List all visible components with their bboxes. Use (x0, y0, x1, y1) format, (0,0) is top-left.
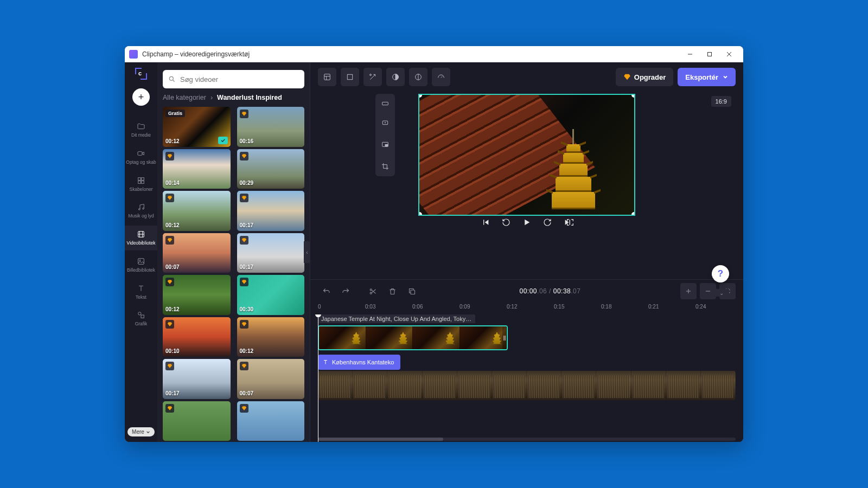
export-button[interactable]: Eksportér (678, 68, 736, 86)
svg-rect-1 (708, 52, 712, 56)
library-thumbnail[interactable] (163, 401, 231, 441)
forward-button[interactable] (542, 217, 553, 228)
library-thumbnail[interactable]: 00:17 (237, 233, 305, 273)
redo-button[interactable] (337, 283, 354, 299)
minimize-button[interactable] (680, 46, 700, 62)
camera-icon (137, 149, 145, 158)
svg-point-30 (385, 123, 385, 123)
fit-width-tool[interactable] (375, 94, 395, 113)
svg-rect-32 (385, 144, 388, 146)
fullscreen-button[interactable] (565, 217, 576, 228)
fit-screen-tool[interactable] (375, 113, 395, 133)
library-thumbnail[interactable]: 00:12 (237, 317, 305, 357)
chevron-down-icon (146, 430, 150, 434)
resize-handle-tr[interactable] (631, 94, 635, 98)
search-box[interactable] (163, 70, 304, 88)
search-input[interactable] (180, 75, 299, 84)
timeline-ruler[interactable]: 00:030:060:090:120:150:180:210:24 (310, 303, 743, 314)
library-thumbnail[interactable]: 00:29 (237, 149, 305, 189)
ruler-mark: 0:24 (695, 304, 706, 310)
layout-tool[interactable] (318, 68, 336, 86)
film-icon (137, 230, 145, 239)
contrast-tool[interactable] (386, 68, 405, 86)
topbar: Opgrader Eksportér (310, 62, 743, 92)
delete-button[interactable] (384, 283, 400, 299)
svg-point-19 (169, 76, 173, 80)
premium-badge-icon (240, 320, 248, 329)
premium-badge-icon (165, 362, 174, 370)
text-icon (322, 359, 329, 365)
duration-label: 00:17 (240, 222, 254, 228)
ruler-mark: 0:18 (601, 304, 611, 310)
crop-tool[interactable] (341, 68, 359, 86)
library-thumbnail[interactable] (237, 401, 305, 441)
clip-trim-right[interactable]: || (502, 326, 507, 349)
library-thumbnail[interactable]: 00:12 (163, 275, 231, 315)
magic-tool[interactable] (363, 68, 382, 86)
duplicate-button[interactable] (404, 283, 420, 299)
library-thumbnail[interactable]: Gratis00:12 (163, 107, 231, 147)
play-button[interactable] (521, 217, 532, 228)
nav-image-library[interactable]: Billedbibliotek (125, 253, 157, 278)
undo-button[interactable] (318, 283, 334, 299)
svg-point-16 (139, 260, 141, 261)
adjust-tool[interactable] (409, 68, 427, 86)
nav-video-library[interactable]: Videobibliotek (125, 226, 157, 251)
library-thumbnail[interactable]: 00:10 (163, 317, 231, 357)
library-thumbnail[interactable]: 00:07 (163, 233, 231, 273)
panel-collapse-handle[interactable]: ‹ (304, 241, 310, 263)
nav-music[interactable]: Musik og lyd (125, 198, 157, 223)
help-button[interactable]: ? (712, 265, 729, 282)
resize-handle-tl[interactable] (418, 94, 422, 98)
library-thumbnail[interactable]: 00:16 (237, 107, 305, 147)
speed-tool[interactable] (432, 68, 450, 86)
aspect-ratio-badge[interactable]: 16:9 (711, 96, 731, 107)
resize-handle-bl[interactable] (418, 212, 422, 216)
library-thumbnail[interactable]: 00:07 (237, 359, 305, 399)
crop-preview-tool[interactable] (375, 157, 395, 176)
video-clip[interactable]: || || (318, 325, 508, 350)
svg-rect-15 (138, 258, 144, 264)
media-clip[interactable] (318, 371, 736, 400)
resize-handle-br[interactable] (631, 212, 635, 216)
maximize-button[interactable] (700, 46, 719, 62)
pip-tool[interactable] (375, 135, 395, 155)
rewind-button[interactable] (501, 217, 512, 228)
title-clip[interactable]: Københavns Kantateko (318, 355, 400, 370)
timeline-scrollbar[interactable] (318, 438, 736, 441)
library-thumbnail[interactable]: 00:12 (163, 191, 231, 231)
prev-frame-button[interactable] (480, 217, 491, 228)
ruler-mark: 0:06 (412, 304, 423, 310)
library-thumbnail[interactable]: 00:17 (237, 191, 305, 231)
timeline-tracks: Japanese Temple At Night, Close Up And A… (310, 314, 743, 442)
upgrade-button[interactable]: Opgrader (616, 68, 674, 86)
library-thumbnail[interactable]: 00:17 (163, 359, 231, 399)
library-thumbnail[interactable]: 00:30 (237, 275, 305, 315)
ruler-mark: 0:21 (648, 304, 659, 310)
timeline: 00:00.06 / 00:38.07 00:030:060:090:120:1… (310, 279, 743, 442)
titlebar: Clipchamp – videoredigeringsværktøj (125, 46, 743, 62)
svg-point-17 (138, 312, 141, 315)
image-icon (137, 257, 145, 266)
nav-more-button[interactable]: Mere (127, 427, 155, 436)
split-button[interactable] (365, 283, 381, 299)
breadcrumb-root[interactable]: Alle kategorier (163, 94, 206, 101)
premium-badge-icon (165, 320, 174, 329)
breadcrumb: Alle kategorier › Wanderlust Inspired (157, 94, 310, 107)
duration-label: 00:30 (240, 306, 254, 312)
close-button[interactable] (719, 46, 739, 62)
premium-badge-icon (165, 152, 174, 160)
nav-record[interactable]: Optag og skab (125, 145, 157, 170)
preview-canvas[interactable] (418, 94, 635, 216)
add-media-button[interactable]: + (132, 88, 150, 106)
duration-label: 00:12 (165, 306, 180, 312)
nav-graphics[interactable]: Grafik (125, 306, 157, 331)
library-thumbnail[interactable]: 00:14 (163, 149, 231, 189)
selected-check-icon (218, 137, 228, 144)
nav-templates[interactable]: Skabeloner (125, 172, 157, 197)
playhead[interactable] (318, 314, 318, 442)
nav-your-media[interactable]: Dit medie (125, 118, 157, 143)
timeline-collapse-tab[interactable]: ⌄ (714, 289, 729, 297)
zoom-in-button[interactable] (680, 283, 697, 299)
nav-text[interactable]: Tekst (125, 280, 157, 305)
